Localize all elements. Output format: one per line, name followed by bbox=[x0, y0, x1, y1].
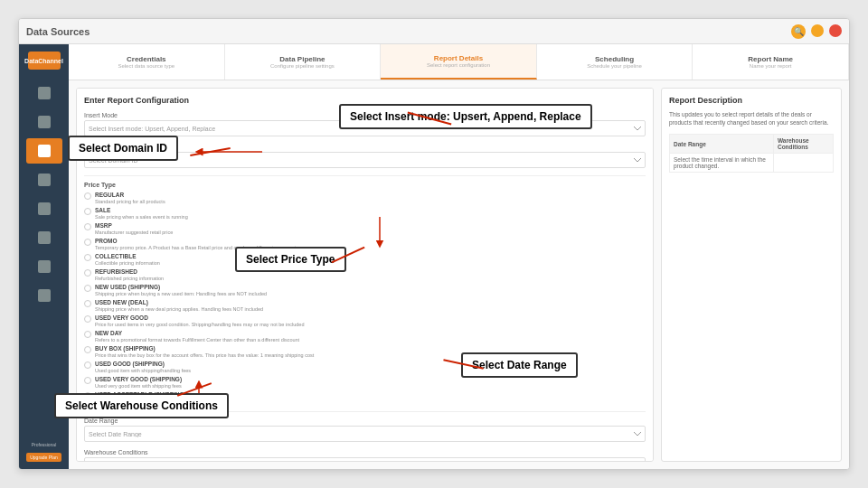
radio-usedverygoodship-label: USED VERY GOOD (SHIPPING) bbox=[95, 376, 182, 382]
sidebar-item-dashboards[interactable] bbox=[26, 109, 62, 135]
datasource-icon bbox=[38, 145, 51, 157]
list-item[interactable]: REGULAR Standard pricing for all product… bbox=[84, 192, 646, 204]
radio-usedgood-desc: Used good item with shipping/handling fe… bbox=[95, 368, 191, 373]
step-scheduling[interactable]: Scheduling Schedule your pipeline bbox=[537, 44, 693, 80]
radio-usedacceptable[interactable] bbox=[84, 392, 91, 399]
radio-newused-label: NEW USED (SHIPPING) bbox=[95, 284, 267, 290]
list-item[interactable]: COLLECTIBLE Collectible pricing informat… bbox=[84, 253, 646, 266]
search-icon[interactable]: 🔍 bbox=[791, 24, 806, 39]
radio-newday-desc: Refers to a promotional format towards F… bbox=[95, 337, 299, 343]
radio-usedverygoodship[interactable] bbox=[84, 377, 91, 384]
right-panel-desc: This updates you to select report detail… bbox=[669, 110, 834, 127]
list-item[interactable]: BUY BOX (SHIPPING) Price that wins the b… bbox=[84, 345, 646, 358]
settings-icon bbox=[38, 289, 51, 302]
step-datapipeline-label: Data Pipeline bbox=[279, 55, 325, 63]
price-type-section: Price Type REGULAR Standard pricing for … bbox=[84, 182, 646, 404]
radio-buybox[interactable] bbox=[84, 346, 91, 353]
sidebar-item-datasources[interactable] bbox=[26, 138, 62, 164]
sidebar-item-addpolicies[interactable] bbox=[26, 225, 62, 250]
radio-promo[interactable] bbox=[84, 239, 91, 246]
radio-usednew-label: USED NEW (DEAL) bbox=[95, 299, 263, 305]
radio-usednew[interactable] bbox=[84, 300, 91, 307]
list-item[interactable]: REFURBISHED Refurbished pricing informat… bbox=[84, 268, 646, 281]
step-reportname-label: Report Name bbox=[748, 55, 793, 63]
radio-sale-desc: Sale pricing when a sales event is runni… bbox=[95, 214, 188, 220]
col-header-warehouse: Warehouse Conditions bbox=[773, 135, 833, 154]
radio-usedgood[interactable] bbox=[84, 361, 91, 369]
radio-refurbished[interactable] bbox=[84, 269, 91, 277]
radio-regular[interactable] bbox=[84, 192, 91, 200]
top-bar-icons: 🔍 bbox=[791, 24, 842, 39]
sidebar-item-reports[interactable] bbox=[26, 254, 62, 279]
list-item[interactable]: NEW DAY Refers to a promotional format t… bbox=[84, 330, 646, 343]
sidebar-item-transformation[interactable] bbox=[26, 167, 62, 192]
sidebar-item-home[interactable] bbox=[26, 80, 62, 106]
radio-sale[interactable] bbox=[84, 208, 91, 215]
list-item[interactable]: USED GOOD (SHIPPING) Used good item with… bbox=[84, 361, 646, 373]
transform-icon bbox=[38, 174, 51, 186]
radio-collectible-desc: Collectible pricing information bbox=[95, 260, 160, 266]
step-credentials-label: Credentials bbox=[127, 55, 166, 63]
left-panel-title: Enter Report Configuration bbox=[84, 96, 646, 105]
radio-newday-label: NEW DAY bbox=[95, 330, 299, 336]
sidebar-item-datapolicies[interactable] bbox=[26, 196, 62, 221]
divider-1 bbox=[84, 175, 646, 176]
upgrade-button[interactable]: Upgrade Plan bbox=[26, 453, 61, 462]
report-icon bbox=[38, 260, 51, 273]
insert-mode-section: Insert Mode Select Insert mode: Upsert, … bbox=[84, 112, 646, 136]
user-icon[interactable] bbox=[829, 24, 842, 37]
divider-2 bbox=[84, 411, 646, 412]
radio-collectible[interactable] bbox=[84, 254, 91, 261]
sidebar-bottom: Professional Upgrade Plan bbox=[26, 440, 61, 462]
list-item[interactable]: PROMO Temporary promo price. A Product h… bbox=[84, 238, 646, 250]
page-title: Data Sources bbox=[26, 26, 90, 37]
sidebar: DataChannel bbox=[19, 44, 69, 469]
radio-newused-desc: Shipping price when buying a new used it… bbox=[95, 291, 267, 296]
warehouse-section: Warehouse Conditions Select Warehouse Co… bbox=[84, 449, 646, 462]
list-item[interactable]: USED VERY GOOD Price for used items in v… bbox=[84, 314, 646, 327]
list-item[interactable]: SALE Sale pricing when a sales event is … bbox=[84, 207, 646, 220]
list-item[interactable]: USED ACCEPTABLE (SHIPPING) Used acceptab… bbox=[84, 391, 646, 404]
date-range-select[interactable]: Select Date Range bbox=[84, 426, 646, 442]
sidebar-logo: DataChannel bbox=[28, 52, 61, 70]
radio-promo-desc: Temporary promo price. A Product has a B… bbox=[95, 245, 303, 250]
step-reportdetails-sub: Select report configuration bbox=[427, 62, 490, 68]
radio-usedverygood-desc: Price for used items in very good condit… bbox=[95, 322, 304, 327]
price-type-label: Price Type bbox=[84, 182, 646, 188]
step-credentials[interactable]: Credentials Select data source type bbox=[69, 44, 225, 80]
insert-mode-label: Insert Mode bbox=[84, 112, 646, 118]
radio-msrp[interactable] bbox=[84, 223, 91, 230]
warehouse-select[interactable]: Select Warehouse Conditions bbox=[84, 457, 646, 462]
radio-promo-label: PROMO bbox=[95, 238, 303, 244]
radio-newday[interactable] bbox=[84, 331, 91, 338]
right-panel-title: Report Description bbox=[669, 96, 834, 105]
radio-newused[interactable] bbox=[84, 285, 91, 292]
table-row: Select the time interval in which the pr… bbox=[670, 154, 834, 173]
domain-id-select[interactable]: Select Domain ID bbox=[84, 152, 646, 168]
insert-mode-select[interactable]: Select Insert mode: Upsert, Append, Repl… bbox=[84, 120, 646, 136]
step-reportdetails[interactable]: Report Details Select report configurati… bbox=[381, 44, 537, 80]
radio-msrp-desc: Manufacturer suggested retail price bbox=[95, 230, 173, 235]
domain-id-label: Domain ID bbox=[84, 144, 646, 150]
step-datapipeline[interactable]: Data Pipeline Configure pipeline setting… bbox=[225, 44, 382, 80]
domain-id-section: Domain ID Select Domain ID bbox=[84, 144, 646, 168]
radio-usedacceptable-label: USED ACCEPTABLE (SHIPPING) bbox=[95, 391, 213, 398]
list-item[interactable]: USED VERY GOOD (SHIPPING) Used very good… bbox=[84, 376, 646, 389]
sidebar-item-settings[interactable] bbox=[26, 283, 62, 308]
step-scheduling-sub: Schedule your pipeline bbox=[587, 63, 642, 69]
notification-icon[interactable] bbox=[811, 24, 824, 37]
list-item[interactable]: MSRP Manufacturer suggested retail price bbox=[84, 222, 646, 235]
radio-refurbished-desc: Refurbished pricing information bbox=[95, 276, 164, 281]
add-policy-icon bbox=[38, 231, 51, 244]
dashboard-icon bbox=[38, 116, 51, 128]
step-reportname[interactable]: Report Name Name your report bbox=[693, 44, 849, 80]
page-content: Enter Report Configuration Insert Mode S… bbox=[69, 80, 849, 469]
radio-buybox-label: BUY BOX (SHIPPING) bbox=[95, 345, 314, 352]
radio-msrp-label: MSRP bbox=[95, 222, 173, 229]
content-area: Credentials Select data source type Data… bbox=[69, 44, 849, 469]
policy-icon bbox=[38, 202, 51, 215]
list-item[interactable]: NEW USED (SHIPPING) Shipping price when … bbox=[84, 284, 646, 296]
list-item[interactable]: USED NEW (DEAL) Shipping price when a ne… bbox=[84, 299, 646, 312]
radio-usedverygood[interactable] bbox=[84, 315, 91, 323]
left-panel: Enter Report Configuration Insert Mode S… bbox=[76, 88, 654, 462]
